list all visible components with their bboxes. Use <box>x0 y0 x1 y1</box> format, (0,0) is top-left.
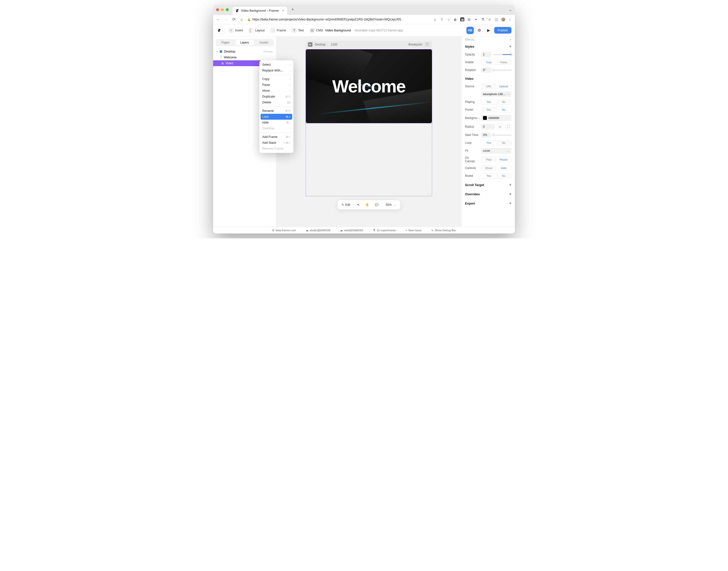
breakpoint-name[interactable]: Desktop ⌄ <box>315 43 328 46</box>
ctx-add-stack[interactable]: Add Stack⌥⌘⏎ <box>259 140 293 146</box>
forward-button[interactable]: → <box>224 17 228 22</box>
remove-file-icon[interactable]: × <box>508 93 510 96</box>
status-experiments[interactable]: ⚗12 experiments <box>373 229 396 232</box>
frame-extent <box>306 123 432 196</box>
install-icon[interactable]: ⤓ <box>433 17 437 21</box>
controls-toggle[interactable]: ShowHide <box>481 165 511 171</box>
source-toggle[interactable]: URL Upload <box>481 84 511 89</box>
side-panel-icon[interactable]: ◫ <box>494 17 498 21</box>
home-button[interactable]: ⌂ <box>239 17 244 22</box>
rotation-input[interactable]: 0° <box>481 67 491 73</box>
profile-avatar[interactable] <box>501 17 505 21</box>
ext-1-icon[interactable]: ◐ <box>453 17 457 21</box>
tab-pages[interactable]: Pages <box>216 40 234 45</box>
close-tab-icon[interactable]: × <box>282 9 284 12</box>
start-input[interactable]: 0% <box>481 132 491 138</box>
status-new-issue[interactable]: +New Issue <box>405 229 421 232</box>
ctx-hide[interactable]: Hide⌘ ; <box>259 120 293 125</box>
muted-toggle[interactable]: YesNo <box>481 173 511 179</box>
radius-input[interactable]: 0 <box>481 124 495 129</box>
add-breakpoint-button[interactable]: + <box>425 42 430 47</box>
url-field[interactable]: 🔒 https://beta.framer.com/projects/Video… <box>247 17 430 21</box>
insert-button[interactable]: +Insert <box>227 27 245 34</box>
canvas-frame[interactable]: Welcome <box>306 49 432 196</box>
fit-select[interactable]: cover⌄ <box>481 148 511 154</box>
hand-tool[interactable]: ✋ <box>363 202 372 208</box>
section-effects[interactable]: Effects+ <box>461 36 515 41</box>
tab-assets[interactable]: Assets <box>255 40 273 45</box>
kebab-menu-icon[interactable]: ⋮ <box>508 17 512 21</box>
ctx-move[interactable]: Move› <box>259 88 293 94</box>
ctx-copy[interactable]: Copy› <box>259 76 293 82</box>
background-color[interactable]: #000000 <box>481 115 511 121</box>
selection-handle[interactable] <box>306 122 307 123</box>
opacity-slider[interactable] <box>493 54 511 55</box>
opacity-input[interactable]: 1 <box>481 52 491 57</box>
playing-toggle[interactable]: YesNo <box>481 99 511 105</box>
ctx-select[interactable]: Select› <box>259 62 293 68</box>
status-debug[interactable]: ∿Show Debug Bar <box>431 229 456 232</box>
ctx-paste[interactable]: Paste› <box>259 82 293 88</box>
video-hero[interactable]: Welcome <box>306 49 432 123</box>
reload-button[interactable]: ⟳ <box>232 17 236 22</box>
publish-button[interactable]: Publish <box>494 27 511 33</box>
project-title[interactable]: Video Background · desirable-copy-962712… <box>325 28 403 32</box>
canvas[interactable]: ▶ Desktop ⌄ 1200 Breakpoint + Welcome <box>277 36 461 227</box>
ext-4-icon[interactable]: ⚗ <box>481 17 485 21</box>
ctx-replace[interactable]: Replace With…› <box>259 68 293 74</box>
tabs-dropdown-icon[interactable]: ⌄ <box>509 7 512 12</box>
bookmark-icon[interactable]: ☆ <box>447 17 451 21</box>
close-window-icon[interactable] <box>216 8 219 11</box>
minimize-window-icon[interactable] <box>221 8 224 11</box>
back-button[interactable]: ← <box>216 17 220 22</box>
play-icon[interactable]: ▶ <box>308 42 312 47</box>
pointer-tool[interactable]: ↖ <box>355 202 362 208</box>
status-host[interactable]: ⊘beta.framer.com <box>272 229 296 232</box>
layer-desktop[interactable]: ▾ Desktop Primary <box>213 48 276 54</box>
section-scroll-target[interactable]: Scroll Target+ <box>461 180 515 189</box>
user-badge[interactable]: KB <box>466 27 474 34</box>
extensions-puzzle-icon[interactable]: ✦ <box>474 17 478 21</box>
ctx-add-frame[interactable]: Add Frame⌘⏎ <box>259 134 293 140</box>
comment-tool[interactable]: 💬 <box>373 202 381 208</box>
selection-handle[interactable] <box>431 122 432 123</box>
ext-2-icon[interactable]: ▦ <box>460 17 464 21</box>
section-overrides[interactable]: Overrides+ <box>461 189 515 198</box>
radius-individual-icon[interactable]: ⛶ <box>505 124 511 130</box>
maximize-window-icon[interactable] <box>226 8 229 11</box>
loop-toggle[interactable]: YesNo <box>481 140 511 145</box>
rotation-slider[interactable] <box>493 70 511 71</box>
section-styles[interactable]: Styles+ <box>461 41 515 50</box>
share-icon[interactable]: ⇪ <box>440 17 444 21</box>
new-tab-button[interactable]: + <box>292 7 294 12</box>
radius-uniform-icon[interactable]: ◻ <box>497 124 503 130</box>
app-window: Video Background – Framer × + ⌄ ← → ⟳ ⌂ … <box>213 5 515 233</box>
ext-5-icon[interactable]: ≡ <box>488 17 492 21</box>
preview-button[interactable]: ▶ <box>485 27 492 34</box>
ctx-duplicate[interactable]: Duplicate⌘ D <box>259 94 293 100</box>
status-studio[interactable]: ☁studio@b08f189 <box>306 229 330 232</box>
section-export[interactable]: Export+ <box>461 198 515 207</box>
tab-layers[interactable]: Layers <box>235 40 254 45</box>
selection-handle[interactable] <box>431 49 432 50</box>
visible-toggle[interactable]: True False <box>481 60 511 65</box>
cms-button[interactable]: ▤CMS <box>308 27 325 34</box>
layer-welcome[interactable]: T Welcome <box>213 54 276 60</box>
status-web[interactable]: ☁web@59d829d <box>340 229 363 232</box>
layout-button[interactable]: Layout <box>247 27 267 34</box>
browser-tab[interactable]: Video Background – Framer × <box>233 7 287 15</box>
text-button[interactable]: TText <box>290 27 306 34</box>
edit-button[interactable]: ✎Edit <box>339 202 353 208</box>
frame-button[interactable]: Frame <box>269 27 288 34</box>
poster-toggle[interactable]: YesNo <box>481 107 511 112</box>
ctx-delete[interactable]: Delete⌫ <box>259 100 293 105</box>
zoom-dropdown[interactable]: 50%⌄ <box>383 202 399 208</box>
settings-button[interactable]: ⚙ <box>476 27 483 34</box>
start-slider[interactable] <box>493 135 511 135</box>
app-menu-button[interactable]: ⌄ <box>217 27 225 34</box>
ctx-lock[interactable]: Lock⌘ L <box>261 114 292 120</box>
ctx-rename[interactable]: Rename⌘ R <box>259 108 293 114</box>
oncanvas-toggle[interactable]: PlayPause <box>481 157 511 162</box>
ext-3-icon[interactable]: ⊞ <box>467 17 471 21</box>
source-file-chip[interactable]: istockphoto-130…× <box>481 92 511 97</box>
